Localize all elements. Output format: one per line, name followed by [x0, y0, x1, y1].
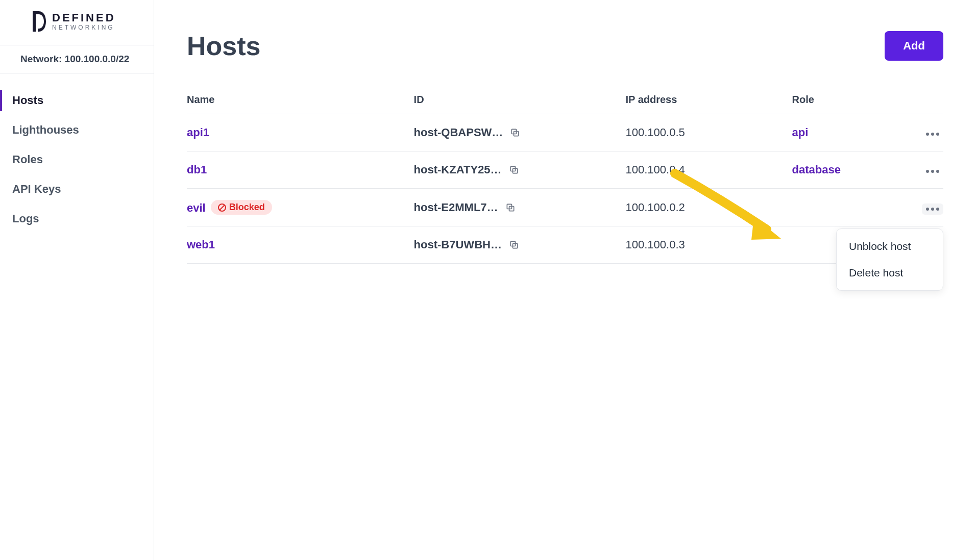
sidebar: DEFINED NETWORKING Network: 100.100.0.0/… [0, 0, 154, 560]
row-actions-button[interactable] [922, 129, 943, 140]
host-id: host-QBAPSW… [414, 126, 503, 139]
sidebar-nav: Hosts Lighthouses Roles API Keys Logs [0, 73, 154, 246]
dropdown-unblock-host[interactable]: Unblock host [837, 233, 943, 260]
host-name-link[interactable]: evil [187, 201, 206, 214]
host-name-link[interactable]: web1 [187, 238, 215, 251]
th-id: ID [414, 86, 626, 114]
host-ip: 100.100.0.3 [626, 238, 685, 251]
row-actions-button[interactable] [922, 166, 943, 177]
copy-icon[interactable] [509, 165, 519, 175]
main-content: Hosts Add Name ID IP address Role api1 h… [154, 0, 976, 560]
page-title: Hosts [187, 31, 260, 61]
host-name-link[interactable]: api1 [187, 126, 209, 139]
add-button[interactable]: Add [885, 31, 943, 61]
page-header: Hosts Add [187, 31, 943, 61]
host-ip: 100.100.0.5 [626, 126, 685, 139]
row-actions-button[interactable] [922, 203, 943, 215]
host-name-link[interactable]: db1 [187, 163, 207, 176]
table-row: web1 host-B7UWBH… 100.100.0.3 [187, 226, 943, 264]
table-row: evilBlocked host-E2MML7… 100.100.0.2 [187, 189, 943, 226]
host-ip: 100.100.0.4 [626, 163, 685, 176]
copy-icon[interactable] [505, 202, 516, 213]
brand-logo[interactable]: DEFINED NETWORKING [30, 10, 141, 33]
host-id: host-B7UWBH… [414, 238, 502, 251]
host-id: host-E2MML7… [414, 201, 498, 214]
logo-area: DEFINED NETWORKING [0, 0, 154, 45]
blocked-icon [218, 203, 226, 212]
dropdown-delete-host[interactable]: Delete host [837, 260, 943, 286]
blocked-badge: Blocked [211, 200, 272, 215]
sidebar-item-api-keys[interactable]: API Keys [0, 174, 154, 204]
network-label: Network: 100.100.0.0/22 [0, 45, 154, 73]
host-actions-dropdown: Unblock host Delete host [836, 228, 943, 291]
th-ip: IP address [626, 86, 792, 114]
host-id: host-KZATY25… [414, 163, 502, 176]
copy-icon[interactable] [509, 240, 519, 250]
brand-title: DEFINED [52, 12, 116, 23]
host-role-link[interactable]: api [792, 126, 809, 139]
host-ip: 100.100.0.2 [626, 201, 685, 214]
host-role-link[interactable]: database [792, 163, 841, 176]
table-row: db1 host-KZATY25… 100.100.0.4 database [187, 151, 943, 189]
sidebar-item-logs[interactable]: Logs [0, 204, 154, 234]
table-row: api1 host-QBAPSW… 100.100.0.5 api [187, 114, 943, 151]
th-name: Name [187, 86, 414, 114]
brand-subtitle: NETWORKING [52, 24, 116, 31]
hosts-table: Name ID IP address Role api1 host-QBAPSW… [187, 86, 943, 264]
th-actions [913, 86, 943, 114]
sidebar-item-lighthouses[interactable]: Lighthouses [0, 115, 154, 145]
sidebar-item-hosts[interactable]: Hosts [0, 86, 154, 115]
sidebar-item-roles[interactable]: Roles [0, 145, 154, 174]
th-role: Role [792, 86, 913, 114]
copy-icon[interactable] [510, 128, 520, 138]
logo-icon [30, 10, 46, 33]
